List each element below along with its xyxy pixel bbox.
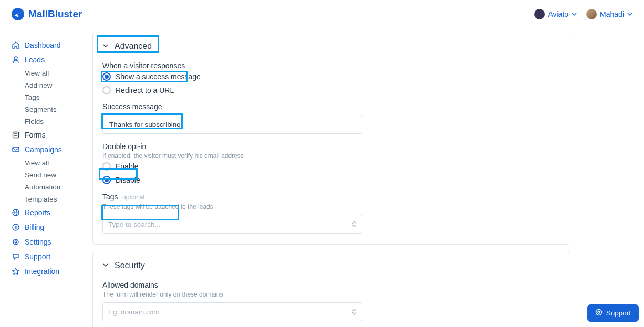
sidebar-sub-campaigns-templates[interactable]: Templates: [12, 193, 86, 205]
double-optin-help: If enabled, the visitor must verify his …: [102, 152, 559, 160]
svg-point-8: [15, 241, 17, 243]
sidebar-item-label: Integration: [25, 267, 59, 276]
sidebar-item-reports[interactable]: Reports: [12, 205, 86, 220]
user-icon: [12, 56, 20, 64]
sidebar-sub-leads-segments[interactable]: Segments: [12, 103, 86, 115]
tags-input-wrap[interactable]: [102, 215, 362, 234]
radio-label: Show a success message: [116, 72, 201, 81]
radio-icon: [102, 86, 111, 94]
sidebar-item-label: Reports: [25, 208, 50, 217]
sort-icon[interactable]: [352, 221, 357, 227]
sidebar-item-integration[interactable]: Integration: [12, 264, 86, 279]
security-title: Security: [115, 261, 145, 270]
dollar-icon: $: [12, 223, 20, 231]
radio-label: Disable: [116, 176, 140, 184]
success-message-input[interactable]: [102, 115, 362, 134]
sidebar-item-label: Support: [25, 252, 50, 261]
sidebar-sub-campaigns-automation[interactable]: Automation: [12, 181, 86, 193]
integration-icon: [12, 267, 20, 276]
sidebar-item-label: Leads: [25, 56, 45, 64]
double-optin-label: Double opt-in: [102, 142, 559, 151]
chevron-down-icon: [572, 12, 577, 17]
sidebar-item-support[interactable]: Support: [12, 249, 86, 264]
globe-icon: [12, 208, 20, 217]
svg-point-7: [13, 239, 18, 245]
security-panel: Security Allowed domains The form will r…: [92, 252, 569, 327]
sidebar-item-label: Billing: [25, 223, 44, 231]
allowed-domains-label: Allowed domains: [102, 281, 559, 289]
radio-label: Redirect to a URL: [116, 86, 174, 94]
sidebar-sub-leads-addnew[interactable]: Add new: [12, 79, 86, 91]
sidebar-item-label: Campaigns: [25, 145, 62, 154]
home-icon: [12, 41, 20, 49]
chevron-down-icon: [627, 12, 632, 17]
radio-enable[interactable]: Enable: [102, 160, 559, 173]
radio-icon: [102, 72, 111, 81]
sidebar-item-label: Dashboard: [25, 41, 61, 49]
radio-show-success[interactable]: Show a success message: [102, 70, 559, 83]
sidebar-item-dashboard[interactable]: Dashboard: [12, 38, 86, 52]
tags-optional: optional: [122, 194, 144, 201]
security-header[interactable]: Security: [93, 252, 569, 279]
svg-text:$: $: [15, 225, 17, 230]
advanced-header[interactable]: Advanced: [93, 33, 569, 59]
life-ring-icon: [595, 309, 603, 318]
sidebar-sub-leads-tags[interactable]: Tags: [12, 91, 86, 103]
org-switcher[interactable]: Aviato: [534, 9, 577, 19]
sidebar-sub-leads-viewall[interactable]: View all: [12, 67, 86, 79]
allowed-domains-input[interactable]: [108, 308, 307, 316]
sidebar-item-billing[interactable]: $ Billing: [12, 220, 86, 235]
gear-icon: [12, 238, 20, 246]
chat-icon: [12, 252, 20, 261]
visitor-response-label: When a visitor responses: [102, 61, 559, 70]
success-message-label: Success message: [102, 102, 559, 111]
svg-rect-3: [13, 147, 19, 152]
radio-icon: [102, 176, 111, 184]
tags-label: Tags: [102, 193, 118, 201]
allowed-domains-input-wrap[interactable]: [102, 302, 362, 321]
radio-icon: [102, 162, 111, 171]
advanced-panel: Advanced When a visitor responses Show a…: [92, 33, 569, 245]
sidebar-sub-campaigns-viewall[interactable]: View all: [12, 157, 86, 169]
svg-point-9: [596, 310, 601, 315]
org-avatar: [534, 9, 545, 19]
sidebar-item-forms[interactable]: Forms: [12, 128, 86, 142]
radio-disable[interactable]: Disable: [102, 173, 559, 187]
tags-help: These tags will be attached to the leads: [102, 203, 559, 210]
chevron-down-icon: [102, 41, 109, 51]
sidebar-item-campaigns[interactable]: Campaigns: [12, 142, 86, 157]
sidebar-item-settings[interactable]: Settings: [12, 235, 86, 249]
org-name: Aviato: [548, 10, 568, 18]
form-icon: [12, 131, 20, 139]
support-button[interactable]: Support: [587, 304, 639, 322]
sidebar-item-label: Forms: [25, 131, 46, 139]
sidebar-item-label: Settings: [25, 238, 51, 246]
tags-input[interactable]: [108, 220, 307, 228]
svg-point-0: [12, 8, 24, 20]
user-name: Mahadi: [600, 10, 624, 18]
svg-point-1: [14, 57, 17, 60]
svg-rect-2: [13, 132, 19, 138]
chevron-down-icon: [102, 261, 109, 270]
brand[interactable]: MailBluster: [12, 8, 82, 20]
support-button-label: Support: [606, 309, 631, 317]
brand-icon: [12, 8, 24, 20]
sidebar-sub-leads-fields[interactable]: Fields: [12, 115, 86, 128]
sidebar-sub-campaigns-sendnew[interactable]: Send new: [12, 169, 86, 181]
allowed-domains-help: The form will render only on these domai…: [102, 291, 559, 298]
radio-label: Enable: [116, 162, 139, 171]
advanced-title: Advanced: [115, 41, 152, 51]
svg-point-10: [598, 311, 600, 313]
sort-icon[interactable]: [352, 309, 357, 315]
sidebar-item-leads[interactable]: Leads: [12, 52, 86, 67]
user-menu[interactable]: Mahadi: [586, 9, 632, 19]
brand-text: MailBluster: [28, 8, 82, 20]
radio-redirect-url[interactable]: Redirect to a URL: [102, 83, 559, 97]
user-avatar: [586, 9, 597, 19]
mail-icon: [12, 145, 20, 154]
